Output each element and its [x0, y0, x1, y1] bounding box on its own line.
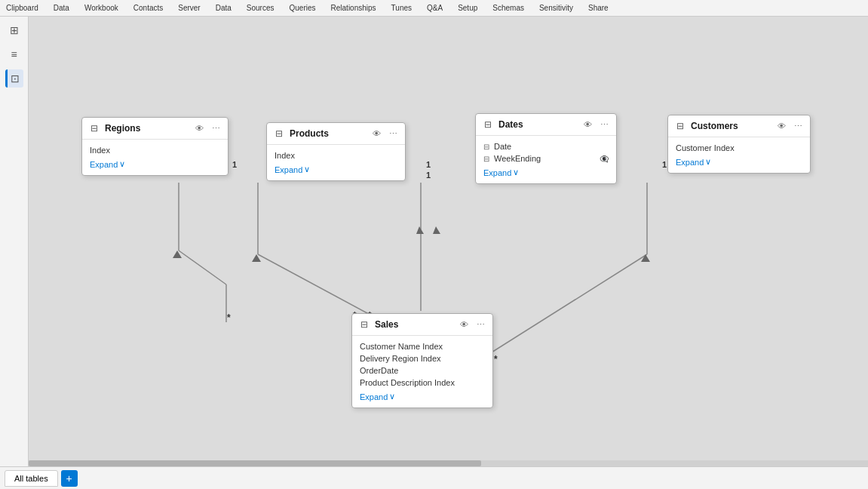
arrow-dates2	[433, 226, 440, 234]
sales-field-orderdate: OrderDate	[360, 364, 485, 377]
toolbar-relationships[interactable]: Relationships	[328, 4, 379, 12]
svg-marker-11	[173, 251, 182, 258]
rel-label-star3: *	[494, 354, 498, 364]
rel-label-star4: *	[227, 312, 231, 323]
left-sidebar: ⊞ ≡ ⊡	[0, 17, 29, 466]
customers-title: Customers	[691, 121, 771, 131]
arrow-dates	[416, 226, 424, 234]
toolbar-data[interactable]: Data	[51, 4, 72, 12]
products-table-icon: ⊟	[273, 128, 285, 140]
toolbar-workbook[interactable]: Workbook	[81, 4, 121, 12]
customers-field-index: Customer Index	[676, 142, 802, 154]
customers-expand[interactable]: Expand ∨	[676, 154, 802, 168]
products-expand[interactable]: Expand ∨	[275, 161, 397, 176]
toolbar-sensitivity[interactable]: Sensitivity	[536, 4, 576, 12]
sidebar-model-icon[interactable]: ⊡	[5, 69, 23, 88]
regions-title: Regions	[105, 123, 189, 134]
rel-label-regions-1: 1	[232, 160, 237, 169]
customers-header-icons: 👁 ⋯	[775, 120, 804, 132]
sales-title: Sales	[375, 319, 453, 330]
products-title: Products	[290, 128, 366, 139]
sales-field-product-desc: Product Description Index	[360, 377, 485, 389]
products-header-icons: 👁 ⋯	[370, 128, 399, 140]
customers-card: ⊟ Customers 👁 ⋯ Customer Index Expand ∨	[667, 115, 811, 174]
dates-title: Dates	[498, 119, 577, 130]
svg-line-8	[474, 254, 647, 364]
dates-expand[interactable]: Expand ∨	[483, 165, 609, 179]
toolbar: Clipboard Data Workbook Contacts Server …	[0, 0, 868, 17]
sales-eye-icon[interactable]: 👁	[458, 318, 470, 331]
rel-label-dates-1: 1	[426, 160, 431, 169]
customers-body: Customer Index Expand ∨	[668, 137, 810, 173]
regions-more-icon[interactable]: ⋯	[210, 122, 222, 134]
regions-header: ⊟ Regions 👁 ⋯	[82, 118, 228, 140]
tab-add-button[interactable]: +	[61, 470, 78, 487]
toolbar-schemas[interactable]: Schemas	[489, 4, 527, 12]
dates-more-icon[interactable]: ⋯	[598, 118, 610, 131]
tab-bar: All tables +	[0, 466, 868, 489]
toolbar-setup[interactable]: Setup	[455, 4, 480, 12]
toolbar-clipboard[interactable]: Clipboard	[3, 4, 41, 12]
products-body: Index Expand ∨	[267, 145, 405, 180]
regions-expand[interactable]: Expand ∨	[90, 156, 220, 171]
regions-eye-icon[interactable]: 👁	[193, 122, 205, 134]
sidebar-report-icon[interactable]: ⊞	[5, 21, 23, 39]
sales-more-icon[interactable]: ⋯	[474, 318, 486, 331]
rel-label-products-1: 1	[426, 171, 431, 180]
customers-more-icon[interactable]: ⋯	[792, 120, 804, 132]
dates-header-icons: 👁 ⋯	[581, 118, 610, 131]
regions-card: ⊟ Regions 👁 ⋯ Index Expand ∨	[81, 117, 229, 176]
toolbar-data2[interactable]: Data	[213, 4, 235, 12]
regions-body: Index Expand ∨	[82, 140, 228, 175]
toolbar-qa[interactable]: Q&A	[424, 4, 446, 12]
customers-header: ⊟ Customers 👁 ⋯	[668, 115, 810, 137]
sales-table-icon: ⊟	[358, 318, 370, 331]
products-card: ⊟ Products 👁 ⋯ Index Expand ∨	[266, 122, 406, 181]
toolbar-contacts[interactable]: Contacts	[130, 4, 166, 12]
dates-weekending-hidden-icon: 👁‍🗨	[600, 155, 609, 163]
dates-header: ⊟ Dates 👁 ⋯	[476, 114, 616, 136]
customers-eye-icon[interactable]: 👁	[775, 120, 787, 132]
dates-field-date: ⊟ Date	[483, 140, 609, 152]
regions-header-icons: 👁 ⋯	[193, 122, 222, 134]
dates-weekending-icon: ⊟	[483, 155, 489, 163]
regions-field-index: Index	[90, 144, 220, 156]
dates-body: ⊟ Date ⊟ WeekEnding 👁‍🗨 Expand ∨	[476, 136, 616, 183]
toolbar-sources[interactable]: Sources	[244, 4, 278, 12]
tab-all-tables[interactable]: All tables	[5, 470, 58, 487]
toolbar-queries[interactable]: Queries	[287, 4, 319, 12]
sales-card: ⊟ Sales 👁 ⋯ Customer Name Index Delivery…	[351, 313, 493, 408]
dates-card: ⊟ Dates 👁 ⋯ ⊟ Date ⊟ WeekEnding 👁‍🗨 Expa…	[475, 113, 617, 184]
products-more-icon[interactable]: ⋯	[387, 128, 399, 140]
customers-table-icon: ⊟	[674, 120, 686, 132]
svg-marker-10	[641, 254, 650, 262]
dates-eye-icon[interactable]: 👁	[581, 118, 593, 131]
sales-expand[interactable]: Expand ∨	[360, 389, 485, 403]
scroll-bar[interactable]	[29, 460, 868, 466]
regions-table-icon: ⊟	[88, 122, 100, 134]
toolbar-server[interactable]: Server	[175, 4, 203, 12]
toolbar-tunes[interactable]: Tunes	[388, 4, 415, 12]
sales-body: Customer Name Index Delivery Region Inde…	[352, 336, 492, 408]
svg-marker-9	[252, 254, 261, 262]
sales-field-customer-name: Customer Name Index	[360, 340, 485, 352]
sales-header-icons: 👁 ⋯	[458, 318, 486, 331]
products-eye-icon[interactable]: 👁	[370, 128, 382, 140]
products-field-index: Index	[275, 149, 397, 161]
dates-field-weekending: ⊟ WeekEnding 👁‍🗨	[483, 152, 609, 165]
dates-table-icon: ⊟	[482, 118, 494, 131]
sales-field-delivery-region: Delivery Region Index	[360, 352, 485, 364]
toolbar-share[interactable]: Share	[585, 4, 612, 12]
svg-line-1	[179, 251, 226, 284]
scroll-thumb[interactable]	[29, 460, 481, 466]
dates-date-icon: ⊟	[483, 143, 489, 151]
rel-label-customers-1: 1	[662, 160, 667, 169]
sidebar-table-icon[interactable]: ≡	[5, 45, 23, 63]
products-header: ⊟ Products 👁 ⋯	[267, 123, 405, 145]
canvas: 1 1 1 * * * * 1 ⊟ Regions 👁 ⋯ Index	[29, 17, 868, 466]
sales-header: ⊟ Sales 👁 ⋯	[352, 314, 492, 336]
